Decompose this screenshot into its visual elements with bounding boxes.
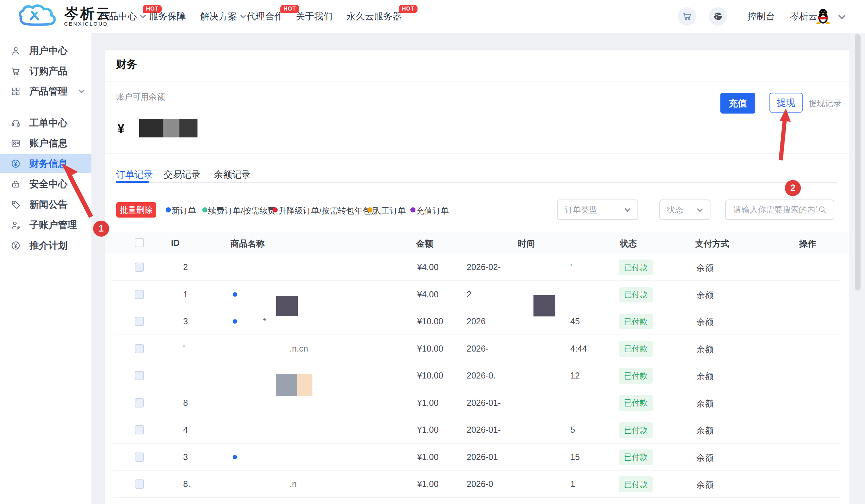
tab-transaction-records[interactable]: 交易记录 bbox=[164, 168, 200, 181]
sidebar-item-finance-info[interactable]: 财务信息 bbox=[0, 154, 91, 173]
brand-logo[interactable]: 岑析云 CENXICLOUD bbox=[18, 4, 112, 29]
cell-id: ' bbox=[183, 344, 185, 354]
status-badge: 已付款 bbox=[619, 395, 653, 411]
withdraw-button[interactable]: 提现 bbox=[770, 93, 803, 113]
sidebar-item-user-center[interactable]: 用户中心 bbox=[0, 41, 91, 60]
row-checkbox[interactable] bbox=[135, 398, 144, 408]
cell-payment-method: 余额 bbox=[696, 452, 714, 464]
cell-time: 2026-0. bbox=[466, 371, 496, 380]
nav-item-products[interactable]: 产品中心 HOT bbox=[100, 0, 146, 33]
status-badge: 已付款 bbox=[619, 287, 653, 303]
cloud-logo-icon bbox=[18, 4, 58, 29]
cell-payment-method: 余额 bbox=[696, 344, 714, 355]
cell-time-fragment: 45 bbox=[570, 316, 580, 326]
chevron-down-icon bbox=[140, 15, 146, 19]
table-row: 3*¥10.00202645已付款余额 bbox=[105, 308, 849, 335]
table-body: 2¥4.002026-02-'已付款余额1¥4.002已付款余额3*¥10.00… bbox=[105, 254, 849, 498]
sidebar-item-news[interactable]: 新闻公告 bbox=[0, 195, 91, 214]
sidebar-item-referral-plan[interactable]: 推介计划 bbox=[0, 236, 91, 255]
redaction-block bbox=[276, 374, 297, 396]
status-badge: 已付款 bbox=[619, 314, 653, 329]
table-row: 1¥4.002已付款余额 bbox=[105, 281, 849, 308]
cell-payment-method: 余额 bbox=[696, 479, 714, 490]
nav-item-agents[interactable]: 代理合作 HOT bbox=[246, 0, 284, 33]
balance-currency: ¥ bbox=[117, 121, 125, 136]
nav-label: 产品中心 bbox=[100, 10, 137, 23]
annotation-step-1: 1 bbox=[93, 221, 109, 237]
table-row: ¥10.002026-0.12已付款余额 bbox=[105, 362, 849, 389]
cell-id: 8 bbox=[183, 398, 188, 408]
sidebar-item-label: 工单中心 bbox=[29, 117, 68, 130]
cell-amount: ¥4.00 bbox=[417, 262, 439, 272]
sidebar-item-order-products[interactable]: 订购产品 bbox=[0, 62, 91, 81]
table-row: 2¥4.002026-02-'已付款余额 bbox=[105, 254, 849, 281]
cell-amount: ¥1.00 bbox=[417, 479, 439, 489]
row-checkbox[interactable] bbox=[135, 317, 144, 326]
cell-time: 2026-01 bbox=[466, 452, 498, 462]
search-input[interactable] bbox=[733, 204, 818, 215]
id-card-icon bbox=[10, 138, 21, 149]
account-menu[interactable]: 岑析云 bbox=[790, 0, 818, 33]
cell-time: 2026-0 bbox=[466, 479, 493, 489]
nav-item-about[interactable]: 关于我们 bbox=[296, 0, 333, 33]
divider bbox=[105, 81, 849, 82]
language-button[interactable] bbox=[709, 7, 727, 26]
cart-button[interactable] bbox=[678, 7, 696, 26]
tab-border bbox=[116, 182, 838, 183]
order-type-select[interactable]: 订单类型 bbox=[557, 199, 638, 220]
select-all-checkbox[interactable] bbox=[135, 238, 144, 247]
search-box bbox=[725, 199, 834, 220]
row-checkbox[interactable] bbox=[135, 344, 144, 353]
cell-time-fragment: 4:44 bbox=[570, 344, 587, 354]
chevron-down-icon bbox=[240, 15, 246, 19]
order-type-dot bbox=[233, 455, 237, 459]
sidebar-item-ticket-center[interactable]: 工单中心 bbox=[0, 114, 91, 133]
vertical-scrollbar[interactable] bbox=[855, 34, 861, 291]
avatar[interactable] bbox=[816, 8, 830, 26]
cell-product-name: .n bbox=[290, 479, 297, 489]
withdraw-records-link[interactable]: 提现记录 bbox=[809, 98, 841, 109]
row-checkbox[interactable] bbox=[135, 262, 144, 272]
col-header-status: 状态 bbox=[620, 238, 637, 249]
nav-item-permanent-cloud[interactable]: 永久云服务器 HOT bbox=[347, 0, 402, 33]
console-link[interactable]: 控制台 bbox=[747, 0, 775, 33]
legend-dot-recharge bbox=[410, 207, 415, 212]
col-header-product: 商品名称 bbox=[231, 238, 265, 249]
sidebar: 用户中心 订购产品 产品管理 工单中心 账户信息 财务信息 安全中心 bbox=[0, 33, 91, 504]
status-select[interactable]: 状态 bbox=[659, 199, 711, 220]
chevron-down-icon bbox=[697, 208, 703, 212]
recharge-button[interactable]: 充值 bbox=[720, 93, 755, 114]
legend-label: 续费订单/按需续费 bbox=[208, 205, 276, 216]
sidebar-item-security-center[interactable]: 安全中心 bbox=[0, 175, 91, 194]
yen-circle-icon bbox=[10, 158, 21, 169]
row-checkbox[interactable] bbox=[135, 453, 144, 462]
sidebar-item-label: 账户信息 bbox=[29, 137, 68, 150]
sidebar-item-label: 推介计划 bbox=[29, 239, 68, 252]
sidebar-item-subaccounts[interactable]: 子账户管理 bbox=[0, 215, 91, 235]
redaction-block bbox=[533, 295, 555, 316]
col-header-id: ID bbox=[171, 238, 180, 248]
active-tab-underline bbox=[116, 181, 149, 183]
qq-penguin-icon bbox=[816, 8, 830, 25]
legend-label: 充值订单 bbox=[416, 205, 449, 216]
batch-delete-button[interactable]: 批量删除 bbox=[116, 202, 156, 218]
search-icon[interactable] bbox=[818, 205, 827, 214]
order-type-dot bbox=[233, 292, 237, 297]
sidebar-item-account-info[interactable]: 账户信息 bbox=[0, 134, 91, 153]
sidebar-item-product-management[interactable]: 产品管理 bbox=[0, 82, 91, 101]
yen-circle-icon bbox=[10, 240, 21, 251]
table-row: '.n.cn¥10.002026-4:44已付款余额 bbox=[105, 335, 849, 363]
row-checkbox[interactable] bbox=[135, 290, 144, 299]
row-checkbox[interactable] bbox=[135, 479, 144, 489]
sidebar-item-label: 产品管理 bbox=[29, 85, 68, 98]
row-checkbox[interactable] bbox=[135, 425, 144, 434]
nav-item-service[interactable]: 服务保障 bbox=[149, 0, 186, 33]
account-chevron-down-icon[interactable] bbox=[838, 15, 845, 19]
tab-order-records[interactable]: 订单记录 bbox=[116, 168, 153, 181]
nav-item-solutions[interactable]: 解决方案 bbox=[200, 0, 246, 33]
cell-amount: ¥10.00 bbox=[417, 344, 443, 354]
cell-time-fragment: 1 bbox=[570, 479, 575, 489]
sidebar-item-label: 子账户管理 bbox=[29, 219, 77, 232]
row-checkbox[interactable] bbox=[135, 371, 144, 380]
tab-balance-records[interactable]: 余额记录 bbox=[214, 168, 251, 181]
